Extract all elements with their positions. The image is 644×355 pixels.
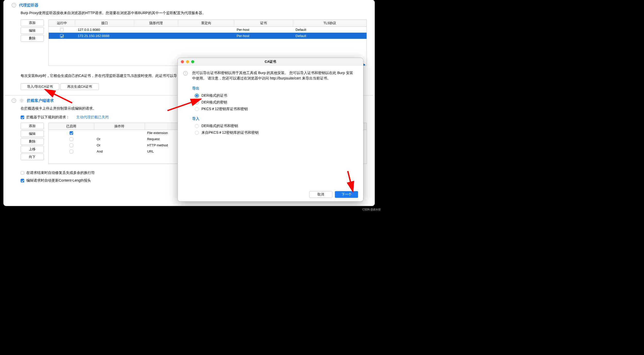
radio-icon[interactable] [195, 107, 199, 111]
edit-button[interactable]: 编辑 [21, 130, 44, 137]
column-header[interactable]: 接口 [75, 20, 134, 26]
rule-buttons: 添加 编辑 删除 上移 向下 [21, 123, 44, 160]
radio-label: DER格式的证书和密钥 [201, 124, 238, 128]
column-header[interactable]: 运行中 [49, 20, 75, 26]
intercept-checkbox[interactable] [21, 116, 24, 119]
import-export-ca-button[interactable]: 导入/导出CA证书 [21, 83, 59, 90]
radio-label: DER格式的密钥 [201, 100, 227, 105]
listener-table[interactable]: 运行中接口隐形代理重定向证书TLS协议 127.0.0.1:8080Per-ho… [49, 20, 367, 39]
move-down-button[interactable]: 向下 [21, 154, 44, 160]
radio-icon[interactable] [195, 94, 199, 98]
ca-cert-dialog: CA证书 ? 您可以导出证书和密钥以用于其他工具或 Burp 的其他安装。 您可… [178, 58, 363, 201]
column-header[interactable]: 证书 [234, 20, 293, 26]
update-content-length-label: 编辑请求时自动更新Content-Length报头 [26, 178, 91, 183]
section-title: 代理监听器 [19, 3, 38, 8]
add-button[interactable]: 添加 [21, 123, 44, 129]
radio-label: PKCS＃12密钥库证书和密钥 [201, 107, 248, 111]
svg-text:?: ? [13, 99, 15, 102]
import-option[interactable]: DER格式的证书和密钥 [195, 124, 357, 128]
delete-button[interactable]: 删除 [21, 35, 44, 42]
add-button[interactable]: 添加 [21, 20, 44, 26]
delete-button[interactable]: 删除 [21, 138, 44, 145]
close-icon[interactable] [181, 60, 184, 63]
settings-icon[interactable] [19, 98, 24, 103]
scroll-right-icon[interactable] [363, 64, 366, 66]
running-checkbox[interactable] [60, 34, 64, 38]
rule-enabled-checkbox[interactable] [70, 131, 73, 135]
export-heading: 导出 [192, 86, 357, 91]
dialog-title: CA证书 [178, 59, 363, 64]
edit-button[interactable]: 编辑 [21, 27, 44, 34]
svg-text:?: ? [185, 72, 186, 75]
svg-text:?: ? [13, 4, 15, 7]
column-header[interactable]: 操作符 [94, 123, 145, 130]
column-header[interactable]: 重定向 [178, 20, 234, 26]
auto-fix-checkbox[interactable] [21, 171, 24, 175]
rule-enabled-checkbox[interactable] [70, 144, 73, 147]
help-icon[interactable]: ? [11, 3, 16, 8]
column-header[interactable]: 隐形代理 [134, 20, 178, 26]
column-header[interactable]: 已启用 [49, 123, 94, 130]
column-header[interactable]: TLS协议 [293, 20, 367, 26]
listener-buttons: 添加 编辑 删除 [21, 20, 44, 42]
radio-label: 来自PKCS＃12密钥库的证书和密钥 [201, 130, 259, 135]
dialog-titlebar[interactable]: CA证书 [178, 58, 363, 66]
table-row[interactable]: 127.0.0.1:8080Per-hostDefault [49, 26, 367, 33]
running-checkbox[interactable] [60, 28, 64, 32]
minimize-icon[interactable] [186, 60, 189, 63]
dialog-desc: 您可以导出证书和密钥以用于其他工具或 Burp 的其他安装。 您可以导入证书和密… [192, 70, 357, 81]
svg-point-4 [21, 100, 22, 101]
help-icon[interactable]: ? [183, 71, 188, 76]
help-icon[interactable]: ? [11, 98, 16, 103]
export-option[interactable]: PKCS＃12密钥库证书和密钥 [195, 107, 357, 111]
rule-enabled-checkbox[interactable] [70, 150, 73, 153]
update-content-length-checkbox[interactable] [21, 179, 24, 182]
maximize-icon[interactable] [191, 60, 194, 63]
export-option[interactable]: DER格式的证书 [195, 93, 357, 98]
regenerate-ca-button[interactable]: 再次生成CA证书 [60, 83, 99, 90]
import-heading: 导入 [192, 117, 357, 121]
intercept-label: 拦截基于以下规则的请求： [26, 115, 70, 120]
watermark: CSDN @易水哲 [362, 208, 381, 211]
section-title: 拦截客户端请求 [27, 98, 54, 103]
table-row[interactable]: 172.21.150.162:8888Per-hostDefault [49, 33, 367, 39]
radio-label: DER格式的证书 [201, 93, 227, 98]
intercept-status-link[interactable]: 主动代理拦截已关闭 [76, 115, 109, 120]
import-option[interactable]: 来自PKCS＃12密钥库的证书和密钥 [195, 130, 357, 135]
move-up-button[interactable]: 上移 [21, 146, 44, 153]
radio-icon[interactable] [195, 124, 199, 128]
next-button[interactable]: 下一个 [335, 191, 358, 198]
radio-icon[interactable] [195, 131, 199, 135]
auto-fix-label: 在请求结束时自动修复丢失或多余的换行符 [26, 171, 95, 175]
export-option[interactable]: DER格式的密钥 [195, 100, 357, 105]
rule-enabled-checkbox[interactable] [70, 137, 73, 141]
radio-icon[interactable] [195, 100, 199, 104]
cancel-button[interactable]: 取消 [309, 191, 332, 198]
section-desc: Burp Proxy使用监听器接收来自浏览器的HTTP请求。您需要在浏览器中将B… [21, 11, 367, 15]
